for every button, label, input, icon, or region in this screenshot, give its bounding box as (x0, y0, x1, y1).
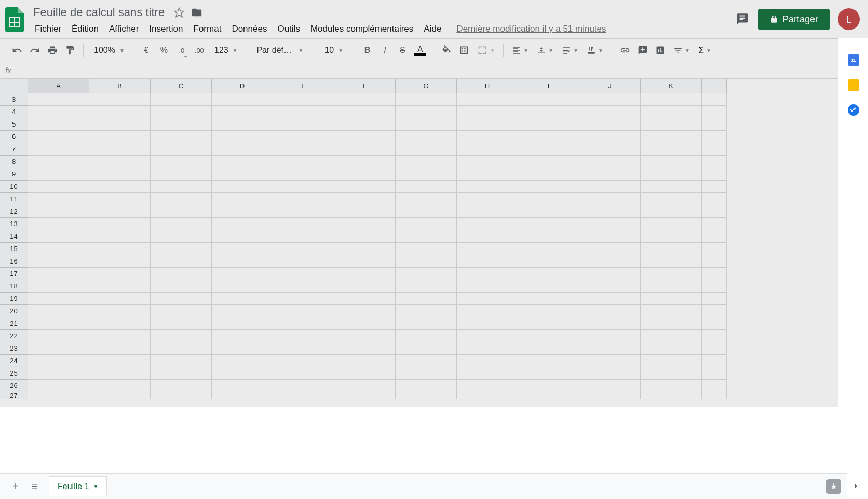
cell[interactable] (28, 268, 89, 280)
cell[interactable] (457, 106, 518, 118)
cell[interactable] (28, 218, 89, 230)
doc-title[interactable]: Feuille de calcul sans titre (30, 5, 168, 20)
cell[interactable] (518, 255, 579, 268)
cell[interactable] (396, 305, 457, 317)
menu-insertion[interactable]: Insertion (144, 22, 187, 36)
cell[interactable] (151, 168, 212, 181)
cell[interactable] (28, 342, 89, 355)
cell[interactable] (579, 268, 641, 280)
cell[interactable] (28, 156, 89, 168)
cell[interactable] (212, 181, 273, 193)
cell[interactable] (334, 355, 396, 367)
cell[interactable] (396, 243, 457, 255)
cell[interactable] (518, 218, 579, 230)
cell[interactable] (28, 392, 89, 399)
cell[interactable] (273, 392, 334, 399)
cell[interactable] (273, 268, 334, 280)
cell[interactable] (212, 380, 273, 392)
merge-cells-dropdown[interactable]: ▼ (474, 45, 498, 56)
cell[interactable] (702, 230, 727, 243)
cell[interactable] (641, 106, 702, 118)
cell[interactable] (28, 205, 89, 218)
cell[interactable] (702, 118, 727, 131)
keep-icon[interactable] (847, 79, 860, 91)
cell[interactable] (641, 181, 702, 193)
cell[interactable] (641, 218, 702, 230)
text-color-button[interactable]: A (412, 43, 428, 58)
cell[interactable] (518, 380, 579, 392)
cell[interactable] (273, 367, 334, 380)
cell[interactable] (396, 181, 457, 193)
filter-dropdown[interactable]: ▼ (670, 46, 693, 55)
cell[interactable] (212, 143, 273, 156)
cell[interactable] (641, 380, 702, 392)
column-header[interactable]: C (151, 79, 212, 93)
cell[interactable] (89, 193, 151, 205)
cell[interactable] (151, 380, 212, 392)
cell[interactable] (579, 380, 641, 392)
cell[interactable] (579, 255, 641, 268)
cell[interactable] (702, 131, 727, 143)
cell[interactable] (396, 205, 457, 218)
cell[interactable] (212, 205, 273, 218)
cell[interactable] (396, 218, 457, 230)
cell[interactable] (641, 342, 702, 355)
cell[interactable] (457, 255, 518, 268)
row-header[interactable]: 11 (0, 193, 28, 205)
select-all-corner[interactable] (0, 79, 28, 93)
print-icon[interactable] (45, 43, 60, 58)
cell[interactable] (396, 280, 457, 293)
cell[interactable] (702, 280, 727, 293)
italic-button[interactable]: I (377, 43, 392, 58)
cell[interactable] (334, 330, 396, 342)
menu-edition[interactable]: Édition (67, 22, 103, 36)
cell[interactable] (151, 305, 212, 317)
cell[interactable] (273, 181, 334, 193)
cell[interactable] (396, 293, 457, 305)
cell[interactable] (334, 93, 396, 106)
cell[interactable] (28, 317, 89, 330)
cell[interactable] (579, 218, 641, 230)
sheets-app-icon[interactable] (4, 6, 25, 33)
cell[interactable] (334, 367, 396, 380)
cell[interactable] (641, 168, 702, 181)
cell[interactable] (212, 118, 273, 131)
cell[interactable] (28, 193, 89, 205)
cell[interactable] (518, 143, 579, 156)
cell[interactable] (334, 230, 396, 243)
row-header[interactable]: 20 (0, 305, 28, 317)
cell[interactable] (334, 193, 396, 205)
cell[interactable] (641, 243, 702, 255)
cell[interactable] (579, 330, 641, 342)
cell[interactable] (273, 317, 334, 330)
cell[interactable] (334, 118, 396, 131)
cell[interactable] (457, 317, 518, 330)
cell[interactable] (579, 243, 641, 255)
cell[interactable] (396, 355, 457, 367)
cell[interactable] (641, 143, 702, 156)
cell[interactable] (396, 367, 457, 380)
insert-chart-icon[interactable] (653, 43, 668, 58)
cell[interactable] (518, 243, 579, 255)
cell[interactable] (457, 380, 518, 392)
row-header[interactable]: 15 (0, 243, 28, 255)
cell[interactable] (396, 330, 457, 342)
cell[interactable] (273, 280, 334, 293)
cell[interactable] (89, 156, 151, 168)
cell[interactable] (518, 305, 579, 317)
cell[interactable] (457, 205, 518, 218)
cell[interactable] (273, 168, 334, 181)
v-align-dropdown[interactable]: ▼ (534, 46, 557, 55)
cell[interactable] (702, 193, 727, 205)
cell[interactable] (457, 118, 518, 131)
row-header[interactable]: 3 (0, 93, 28, 106)
cell[interactable] (702, 380, 727, 392)
cell[interactable] (151, 392, 212, 399)
cell[interactable] (518, 168, 579, 181)
row-header[interactable]: 9 (0, 168, 28, 181)
row-header[interactable]: 10 (0, 181, 28, 193)
cell[interactable] (89, 317, 151, 330)
cell[interactable] (273, 342, 334, 355)
cell[interactable] (579, 280, 641, 293)
cell[interactable] (212, 243, 273, 255)
